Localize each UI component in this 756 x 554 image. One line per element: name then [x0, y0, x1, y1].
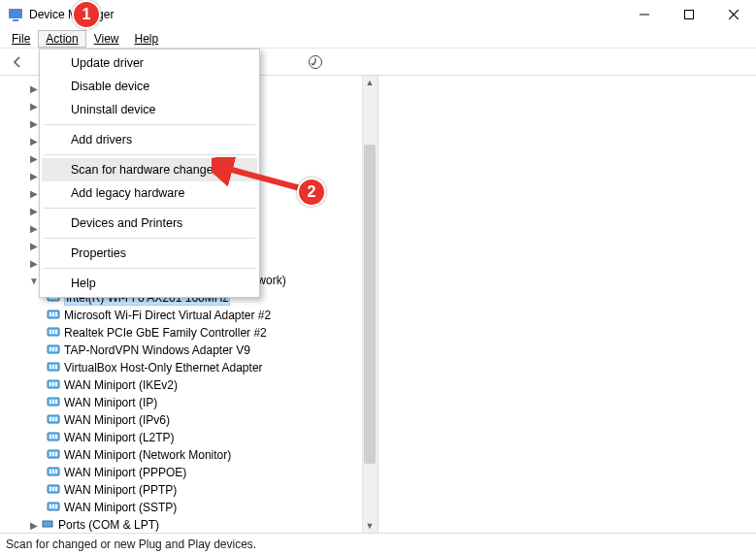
- adapter-item[interactable]: WAN Miniport (IPv6): [47, 411, 378, 429]
- network-adapter-icon: [47, 360, 60, 376]
- scroll-up-icon: ▲: [366, 76, 375, 89]
- network-adapter-icon: [47, 412, 60, 429]
- adapter-item[interactable]: TAP-NordVPN Windows Adapter V9: [47, 342, 378, 359]
- network-adapter-icon: [47, 500, 60, 516]
- svg-rect-40: [49, 435, 51, 439]
- network-adapter-icon: [47, 430, 60, 446]
- menu-update-driver[interactable]: Update driver: [42, 51, 257, 75]
- adapter-label: WAN Miniport (IKEv2): [64, 378, 178, 392]
- menu-help[interactable]: Help: [42, 272, 257, 295]
- svg-rect-54: [55, 487, 57, 491]
- menu-separator: [44, 238, 255, 239]
- menu-add-drivers[interactable]: Add drivers: [42, 128, 257, 151]
- svg-rect-12: [49, 312, 51, 316]
- network-adapter-icon: [47, 465, 60, 481]
- svg-rect-16: [49, 330, 51, 334]
- ports-icon: [41, 517, 54, 534]
- svg-rect-13: [52, 312, 54, 316]
- network-adapter-icon: [47, 395, 60, 411]
- adapter-item[interactable]: WAN Miniport (L2TP): [47, 429, 378, 446]
- svg-rect-33: [52, 400, 54, 404]
- scan-hardware-toolbar-button[interactable]: [304, 50, 327, 74]
- adapter-label: Microsoft Wi-Fi Direct Virtual Adapter #…: [64, 309, 271, 322]
- menu-help[interactable]: Help: [127, 30, 167, 48]
- adapter-label: Realtek PCIe GbE Family Controller #2: [64, 326, 267, 340]
- scroll-thumb[interactable]: [364, 145, 376, 465]
- menu-uninstall-device[interactable]: Uninstall device: [42, 98, 257, 121]
- annotation-arrow: [212, 157, 309, 196]
- menu-action[interactable]: Action: [38, 30, 85, 48]
- back-button[interactable]: [6, 50, 29, 74]
- adapter-label: WAN Miniport (PPTP): [64, 483, 177, 497]
- adapter-item[interactable]: Realtek PCIe GbE Family Controller #2: [47, 324, 378, 342]
- annotation-callout-2: 2: [297, 178, 326, 207]
- chevron-right-icon: ▶: [27, 520, 41, 531]
- adapter-item[interactable]: WAN Miniport (PPPOE): [47, 464, 378, 481]
- svg-rect-32: [49, 400, 51, 404]
- svg-rect-36: [49, 417, 51, 421]
- network-adapter-icon: [47, 325, 60, 342]
- svg-rect-0: [9, 9, 22, 18]
- svg-rect-37: [52, 417, 54, 421]
- close-button[interactable]: [711, 0, 756, 29]
- adapter-item[interactable]: Microsoft Wi-Fi Direct Virtual Adapter #…: [47, 307, 378, 324]
- adapter-label: WAN Miniport (IPv6): [64, 413, 170, 427]
- adapter-label: WAN Miniport (PPPOE): [64, 466, 186, 479]
- svg-rect-24: [49, 365, 51, 369]
- svg-rect-3: [685, 11, 694, 19]
- svg-rect-29: [52, 382, 54, 386]
- svg-rect-44: [49, 452, 51, 456]
- annotation-callout-1: 1: [72, 0, 101, 29]
- network-adapter-icon: [47, 342, 60, 359]
- svg-rect-52: [49, 487, 51, 491]
- adapter-item[interactable]: WAN Miniport (PPTP): [47, 481, 378, 499]
- menu-devices-printers[interactable]: Devices and Printers: [42, 212, 257, 235]
- svg-rect-56: [49, 505, 51, 508]
- svg-rect-58: [55, 505, 57, 508]
- menu-file[interactable]: File: [4, 30, 38, 48]
- ports-node[interactable]: ▶ Ports (COM & LPT): [27, 516, 378, 533]
- minimize-button[interactable]: [622, 0, 667, 29]
- adapter-item[interactable]: WAN Miniport (Network Monitor): [47, 446, 378, 464]
- menu-separator: [44, 154, 255, 155]
- menu-view[interactable]: View: [86, 30, 127, 48]
- menu-separator: [44, 124, 255, 125]
- svg-rect-17: [52, 330, 54, 334]
- menu-separator: [44, 268, 255, 269]
- svg-rect-46: [55, 452, 57, 456]
- adapter-item[interactable]: VirtualBox Host-Only Ethernet Adapter: [47, 359, 378, 376]
- adapter-item[interactable]: WAN Miniport (IKEv2): [47, 376, 378, 394]
- scroll-down-icon: ▼: [366, 519, 375, 533]
- svg-rect-26: [55, 365, 57, 369]
- menu-disable-device[interactable]: Disable device: [42, 75, 257, 98]
- adapter-item[interactable]: WAN Miniport (SSTP): [47, 499, 378, 516]
- vertical-scrollbar[interactable]: ▲ ▼: [362, 76, 378, 533]
- network-adapter-icon: [47, 377, 60, 394]
- svg-rect-30: [55, 382, 57, 386]
- svg-rect-59: [43, 521, 52, 527]
- menu-separator: [44, 208, 255, 209]
- network-adapter-icon: [47, 308, 60, 324]
- svg-rect-20: [49, 347, 51, 351]
- maximize-button[interactable]: [667, 0, 711, 29]
- menu-bar: File Action View Help: [0, 29, 756, 49]
- svg-line-60: [221, 167, 304, 189]
- adapter-item[interactable]: WAN Miniport (IP): [47, 394, 378, 411]
- menu-properties[interactable]: Properties: [42, 242, 257, 265]
- svg-rect-49: [52, 470, 54, 473]
- svg-rect-21: [52, 347, 54, 351]
- svg-rect-57: [52, 505, 54, 508]
- svg-rect-53: [52, 487, 54, 491]
- ports-label: Ports (COM & LPT): [58, 518, 159, 532]
- adapter-label: VirtualBox Host-Only Ethernet Adapter: [64, 361, 263, 375]
- adapter-label: TAP-NordVPN Windows Adapter V9: [64, 343, 250, 357]
- svg-rect-41: [52, 435, 54, 439]
- svg-rect-18: [55, 330, 57, 334]
- title-bar: Device Manager: [0, 0, 756, 29]
- adapter-label: WAN Miniport (L2TP): [64, 431, 175, 444]
- svg-rect-50: [55, 470, 57, 473]
- svg-rect-34: [55, 400, 57, 404]
- svg-rect-1: [13, 19, 18, 21]
- svg-rect-45: [52, 452, 54, 456]
- app-icon: [8, 7, 23, 22]
